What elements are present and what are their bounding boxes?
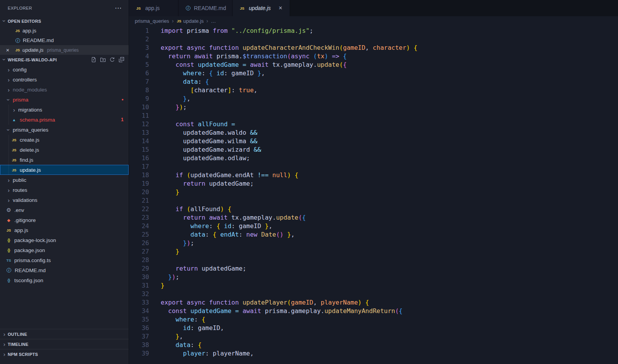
tree-item-.env[interactable]: ⚙.env [0, 205, 129, 215]
breadcrumb-item[interactable]: … [211, 18, 216, 24]
refresh-icon[interactable] [109, 56, 115, 63]
code-line[interactable]: 12 const allFound = [129, 120, 618, 129]
code-line[interactable]: 28 [129, 256, 618, 265]
close-icon[interactable]: × [277, 5, 284, 12]
code-line[interactable]: 31} [129, 282, 618, 290]
code-line[interactable]: 17 [129, 163, 618, 171]
breadcrumb-item[interactable]: JSupdate.js [177, 18, 204, 24]
close-icon[interactable]: × [4, 45, 11, 55]
code-token [161, 95, 183, 102]
code-line[interactable]: 19 return updatedGame; [129, 180, 618, 188]
code-line[interactable]: 16 updatedGame.odlaw; [129, 154, 618, 163]
code-editor[interactable]: 1import prisma from "../config/prisma.js… [129, 25, 618, 364]
code-line[interactable]: 21 [129, 197, 618, 205]
code-line[interactable]: 10 }); [129, 103, 618, 112]
code-line[interactable]: 9 }, [129, 95, 618, 103]
open-editor-name: app.js [22, 28, 36, 34]
code-token [187, 307, 190, 315]
tab-app.js[interactable]: JSapp.js [129, 0, 178, 16]
tab-update.js[interactable]: JSupdate.js× [233, 0, 290, 16]
code-line[interactable]: 11 [129, 112, 618, 120]
code-line[interactable]: 38 data: { [129, 341, 618, 350]
code-line[interactable]: 27 } [129, 248, 618, 256]
tree-item-config[interactable]: ›config [0, 64, 129, 74]
code-line[interactable]: 39 player: playerName, [129, 350, 618, 358]
tree-item-prisma_queries[interactable]: ›prisma_queries [0, 125, 129, 135]
tab-README.md[interactable]: iREADME.md [178, 0, 233, 16]
code-line[interactable]: 22 if (allFound) { [129, 205, 618, 214]
more-actions-icon[interactable]: ⋯ [115, 5, 122, 12]
tree-item-public[interactable]: ›public [0, 175, 129, 185]
tree-item-schema.prisma[interactable]: ▲schema.prisma1 [0, 115, 129, 125]
code-line[interactable]: 15 updatedGame.wizard && [129, 146, 618, 154]
info-file-icon: i [7, 268, 11, 273]
code-token: tx [317, 52, 324, 60]
code-line[interactable]: 24 where: { id: gameID }, [129, 222, 618, 231]
code-line[interactable]: 5 const updatedGame = await tx.gameplay.… [129, 61, 618, 69]
code-line[interactable]: 8 [character]: true, [129, 86, 618, 95]
code-line[interactable]: 29 return updatedGame; [129, 265, 618, 273]
code-line[interactable]: 33export async function updatePlayer(gam… [129, 299, 618, 307]
code-token: ) [179, 103, 183, 111]
tree-item-package.json[interactable]: {}package.json [0, 245, 129, 255]
tree-item-tsconfig.json[interactable]: {}tsconfig.json [0, 275, 129, 285]
tree-item-README.md[interactable]: iREADME.md [0, 265, 129, 275]
code-line[interactable]: 34 const updatedGame = await prisma.game… [129, 307, 618, 316]
tree-item-prisma[interactable]: ›prisma● [0, 95, 129, 105]
code-line[interactable]: 26 }); [129, 239, 618, 248]
tree-item-find.js[interactable]: JSfind.js [0, 155, 129, 165]
code-line[interactable]: 13 updatedGame.waldo && [129, 129, 618, 137]
tree-item-label: public [13, 177, 26, 183]
open-editor-item[interactable]: iREADME.md [0, 36, 129, 45]
tree-item-validations[interactable]: ›validations [0, 195, 129, 205]
code-line[interactable]: 25 data: { endAt: new Date() }, [129, 231, 618, 239]
code-line[interactable]: 6 where: { id: gameID }, [129, 69, 618, 78]
section-header-npm-scripts[interactable]: ›NPM SCRIPTS [0, 349, 129, 359]
code-line[interactable]: 14 updatedGame.wilma && [129, 137, 618, 146]
code-line[interactable]: 37 }, [129, 333, 618, 341]
chevron-down-icon: › [6, 127, 12, 133]
tree-item-.gitignore[interactable]: ◆.gitignore [0, 215, 129, 225]
code-line[interactable]: 7 data: { [129, 78, 618, 86]
code-line[interactable]: 18 if (updatedGame.endAt !== null) { [129, 171, 618, 180]
open-editors-section-header[interactable]: › OPEN EDITORS [0, 16, 129, 26]
tree-item-prisma.config.ts[interactable]: TSprisma.config.ts [0, 255, 129, 265]
tree-item-routes[interactable]: ›routes [0, 185, 129, 195]
code-token: { [414, 44, 418, 51]
code-line[interactable]: 23 return await tx.gameplay.update({ [129, 214, 618, 222]
code-line[interactable]: 35 where: { [129, 316, 618, 324]
code-line[interactable]: 3export async function updateCharacterAn… [129, 44, 618, 52]
tree-item-package-lock.json[interactable]: {}package-lock.json [0, 235, 129, 245]
breadcrumb-item[interactable]: prisma_queries [135, 18, 169, 24]
code-token: gameID [291, 299, 313, 306]
tree-item-migrations[interactable]: ›migrations [0, 105, 129, 115]
breadcrumb-separator-icon: › [172, 18, 174, 24]
tree-item-label: delete.js [20, 147, 39, 153]
tree-item-delete.js[interactable]: JSdelete.js [0, 145, 129, 155]
new-folder-icon[interactable] [100, 56, 106, 63]
collapse-folders-icon[interactable] [118, 56, 125, 63]
open-editor-item[interactable]: JSapp.js [0, 26, 129, 36]
workspace-section-header[interactable]: › WHERE-IS-WALDO-API [0, 55, 129, 64]
code-line[interactable]: 36 id: gameID, [129, 324, 618, 333]
tree-item-node_modules[interactable]: ›node_modules [0, 85, 129, 95]
line-number: 26 [129, 239, 149, 248]
code-line[interactable]: 20 } [129, 188, 618, 197]
tree-item-create.js[interactable]: JScreate.js [0, 135, 129, 145]
open-editor-item[interactable]: ×JSupdate.jsprisma_queries [0, 45, 129, 55]
tree-item-controllers[interactable]: ›controllers [0, 74, 129, 85]
code-line[interactable]: 2 [129, 36, 618, 44]
section-header-outline[interactable]: ›OUTLINE [0, 329, 129, 339]
new-file-icon[interactable] [90, 56, 97, 63]
open-editors-list: JSapp.jsiREADME.md×JSupdate.jsprisma_que… [0, 26, 129, 55]
code-token: } [257, 69, 261, 77]
code-line[interactable]: 4 return await prisma.$transaction(async… [129, 52, 618, 61]
code-line[interactable]: 1import prisma from "../config/prisma.js… [129, 27, 618, 36]
code-token: tx.gameplay. [268, 61, 317, 68]
tree-item-update.js[interactable]: JSupdate.js [0, 165, 129, 175]
code-token: ) [358, 299, 362, 306]
tree-item-app.js[interactable]: JSapp.js [0, 225, 129, 235]
code-line[interactable]: 30 }); [129, 273, 618, 282]
code-line[interactable]: 32 [129, 290, 618, 299]
section-header-timeline[interactable]: ›TIMELINE [0, 339, 129, 349]
